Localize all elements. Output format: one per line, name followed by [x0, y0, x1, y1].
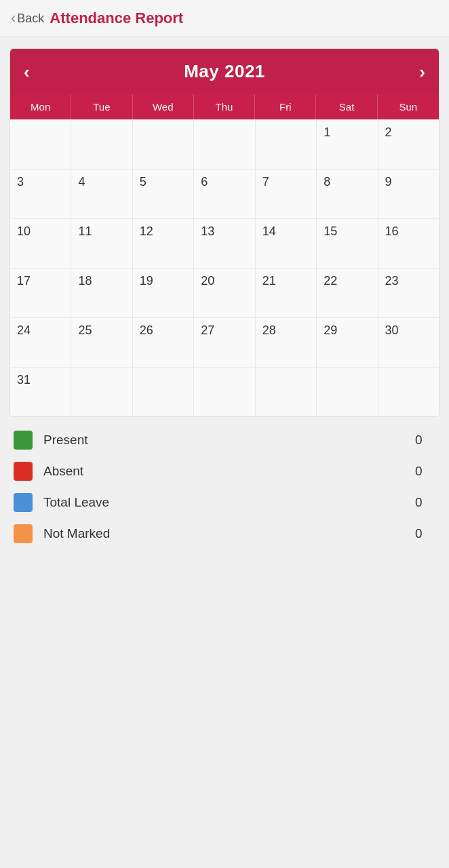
table-row[interactable]: 26	[133, 318, 193, 367]
table-row	[133, 368, 193, 416]
table-row[interactable]: 7	[256, 170, 316, 218]
table-row[interactable]: 18	[71, 269, 132, 317]
table-row	[194, 120, 254, 169]
dow-sat: Sat	[316, 94, 377, 119]
prev-month-button[interactable]: ‹	[24, 63, 30, 81]
dow-thu: Thu	[194, 94, 255, 119]
table-row[interactable]: 28	[256, 318, 316, 367]
table-row	[71, 368, 132, 416]
legend-item-present: Present 0	[14, 431, 435, 450]
table-row[interactable]: 27	[194, 318, 254, 367]
dow-fri: Fri	[255, 94, 316, 119]
calendar: ‹ May 2021 › Mon Tue Wed Thu Fri Sat Sun…	[9, 48, 440, 417]
table-row[interactable]: 22	[317, 269, 377, 317]
table-row	[256, 368, 316, 416]
table-row[interactable]: 3	[10, 170, 71, 218]
present-color-icon	[14, 431, 33, 450]
legend-item-not-marked: Not Marked 0	[14, 524, 435, 543]
table-row[interactable]: 19	[133, 269, 193, 317]
calendar-header: ‹ May 2021 ›	[10, 49, 439, 94]
table-row[interactable]: 13	[194, 219, 254, 268]
absent-color-icon	[14, 462, 33, 481]
table-row[interactable]: 11	[71, 219, 132, 268]
table-row[interactable]: 6	[194, 170, 254, 218]
total-leave-label: Total Leave	[43, 495, 415, 510]
table-row	[10, 120, 71, 169]
table-row[interactable]: 25	[71, 318, 132, 367]
page-title: Attendance Report	[50, 9, 183, 27]
legend-item-absent: Absent 0	[14, 462, 435, 481]
table-row[interactable]: 30	[378, 318, 439, 367]
not-marked-count: 0	[415, 526, 435, 541]
table-row[interactable]: 12	[133, 219, 193, 268]
table-row[interactable]: 4	[71, 170, 132, 218]
back-button[interactable]: ‹ Back	[11, 9, 44, 27]
table-row[interactable]: 1	[317, 120, 377, 169]
table-row[interactable]: 20	[194, 269, 254, 317]
table-row[interactable]: 21	[256, 269, 316, 317]
table-row	[133, 120, 193, 169]
table-row	[71, 120, 132, 169]
table-row	[378, 368, 439, 416]
table-row	[317, 368, 377, 416]
dow-sun: Sun	[378, 94, 439, 119]
dow-tue: Tue	[71, 94, 132, 119]
dow-wed: Wed	[133, 94, 194, 119]
absent-label: Absent	[43, 464, 415, 479]
absent-count: 0	[415, 464, 435, 479]
legend: Present 0 Absent 0 Total Leave 0 Not Mar…	[14, 431, 435, 543]
not-marked-label: Not Marked	[43, 526, 415, 541]
table-row	[194, 368, 254, 416]
table-row[interactable]: 9	[378, 170, 439, 218]
header: ‹ Back Attendance Report	[0, 0, 449, 37]
table-row[interactable]: 14	[256, 219, 316, 268]
table-row[interactable]: 17	[10, 269, 71, 317]
total-leave-count: 0	[415, 495, 435, 510]
table-row[interactable]: 8	[317, 170, 377, 218]
not-marked-color-icon	[14, 524, 33, 543]
table-row[interactable]: 5	[133, 170, 193, 218]
dow-mon: Mon	[10, 94, 71, 119]
days-of-week-row: Mon Tue Wed Thu Fri Sat Sun	[10, 94, 439, 119]
table-row[interactable]: 2	[378, 120, 439, 169]
calendar-grid: 1 2 3 4 5 6 7 8 9 10 11 12 13 14 15 16 1…	[10, 119, 439, 416]
total-leave-color-icon	[14, 493, 33, 512]
back-label: Back	[17, 12, 44, 26]
back-chevron-icon: ‹	[11, 9, 16, 27]
table-row[interactable]: 24	[10, 318, 71, 367]
table-row[interactable]: 31	[10, 368, 71, 416]
table-row[interactable]: 15	[317, 219, 377, 268]
present-label: Present	[43, 433, 415, 448]
present-count: 0	[415, 433, 435, 448]
table-row[interactable]: 16	[378, 219, 439, 268]
legend-item-total-leave: Total Leave 0	[14, 493, 435, 512]
table-row[interactable]: 10	[10, 219, 71, 268]
month-year-label: May 2021	[184, 61, 265, 82]
table-row[interactable]: 29	[317, 318, 377, 367]
table-row	[256, 120, 316, 169]
next-month-button[interactable]: ›	[419, 63, 425, 81]
table-row[interactable]: 23	[378, 269, 439, 317]
